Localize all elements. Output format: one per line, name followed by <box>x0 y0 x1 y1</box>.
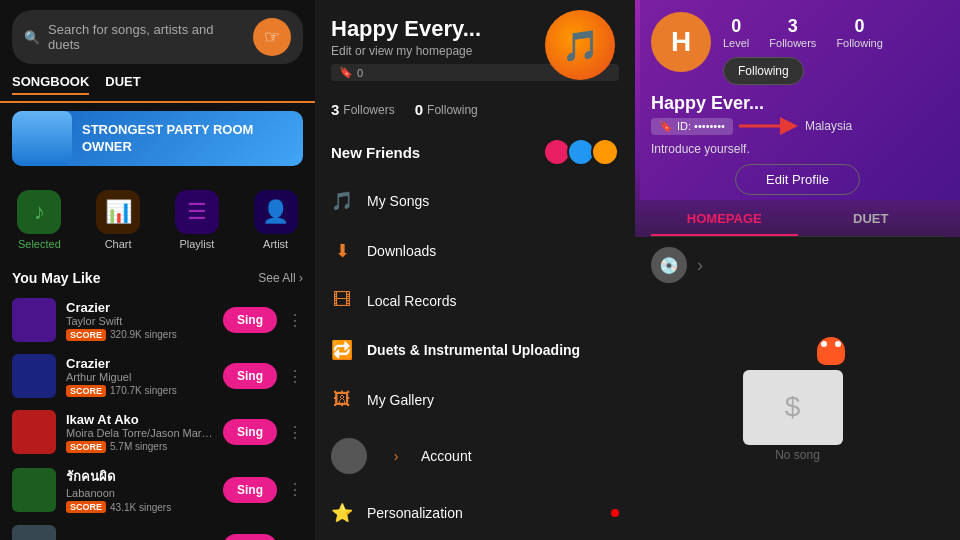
song-item-2: Crazier Arthur Miguel SCORE 170.7K singe… <box>0 348 315 404</box>
score-count-3: 5.7M singers <box>110 441 167 452</box>
tab-songbook[interactable]: SONGBOOK <box>12 74 89 95</box>
right-following-stat: 0 Following <box>836 16 882 49</box>
duets-label: Duets & Instrumental Uploading <box>367 342 580 358</box>
left-panel: 🔍 Search for songs, artists and duets ☞ … <box>0 0 315 540</box>
right-following-label: Following <box>836 37 882 49</box>
see-all-link[interactable]: See All › <box>258 271 303 285</box>
artist-label: Artist <box>263 238 288 250</box>
downloads-label: Downloads <box>367 243 436 259</box>
right-id-row: 🔖 ID: •••••••• Malaysia <box>651 116 944 136</box>
level-count: 0 <box>731 16 741 37</box>
song-thumb-3 <box>12 410 56 454</box>
gallery-label: My Gallery <box>367 392 434 408</box>
menu-downloads[interactable]: ⬇ Downloads <box>315 226 635 276</box>
icon-grid: ♪ Selected 📊 Chart ☰ Playlist 👤 Artist <box>0 174 315 266</box>
song-item-1: Crazier Taylor Swift SCORE 320.9K singer… <box>0 292 315 348</box>
followers-stat: 3 Followers <box>331 101 395 118</box>
local-records-label: Local Records <box>367 293 457 309</box>
following-button[interactable]: Following <box>723 57 804 85</box>
menu-local-records[interactable]: 🎞 Local Records <box>315 276 635 325</box>
artist-icon: 👤 <box>254 190 298 234</box>
more-button-3[interactable]: ⋮ <box>287 423 303 442</box>
sing-button-3[interactable]: Sing <box>223 419 277 445</box>
song-item-5: Here's Your Perfect Sing ⋮ <box>0 519 315 540</box>
right-followers-stat: 3 Followers <box>769 16 816 49</box>
song-list: Crazier Taylor Swift SCORE 320.9K singer… <box>0 292 315 540</box>
icon-selected[interactable]: ♪ Selected <box>0 182 79 258</box>
song-artist-4: Labanoon <box>66 487 213 499</box>
song-name-2: Crazier <box>66 356 213 371</box>
score-badge-3: SCORE <box>66 441 106 453</box>
song-name-1: Crazier <box>66 300 213 315</box>
chevron-right-icon: › <box>697 255 703 276</box>
song-score-1: SCORE 320.9K singers <box>66 329 213 341</box>
menu-gallery[interactable]: 🖼 My Gallery <box>315 375 635 424</box>
song-artist-2: Arthur Miguel <box>66 371 213 383</box>
no-song-area: $ No song <box>635 293 960 540</box>
my-songs-label: My Songs <box>367 193 429 209</box>
notification-dot <box>611 509 619 517</box>
menu-my-songs[interactable]: 🎵 My Songs <box>315 176 635 226</box>
song-artist-1: Taylor Swift <box>66 315 213 327</box>
icon-artist[interactable]: 👤 Artist <box>236 182 315 258</box>
friend-avatar-3[interactable] <box>591 138 619 166</box>
following-label: Following <box>427 103 478 117</box>
score-count-2: 170.7K singers <box>110 385 177 396</box>
local-records-icon: 🎞 <box>331 290 353 311</box>
song-info-2: Crazier Arthur Miguel SCORE 170.7K singe… <box>66 356 213 397</box>
selected-icon: ♪ <box>17 190 61 234</box>
sticker-circle: 🎵 <box>545 10 615 80</box>
disc-icon: 💿 <box>651 247 687 283</box>
following-stat: 0 Following <box>415 101 478 118</box>
song-name-4: รักคนผิด <box>66 466 213 487</box>
menu-account[interactable]: › Account <box>315 424 635 488</box>
score-badge-2: SCORE <box>66 385 106 397</box>
tab-homepage[interactable]: HOMEPAGE <box>651 203 798 236</box>
sing-button-1[interactable]: Sing <box>223 307 277 333</box>
followers-stats: 3 Followers 0 Following <box>315 91 635 128</box>
playlist-label: Playlist <box>179 238 214 250</box>
box-body: $ <box>743 370 843 445</box>
level-label: Level <box>723 37 749 49</box>
more-button-4[interactable]: ⋮ <box>287 480 303 499</box>
song-score-3: SCORE 5.7M singers <box>66 441 213 453</box>
selected-label: Selected <box>18 238 61 250</box>
more-button-1[interactable]: ⋮ <box>287 311 303 330</box>
icon-playlist[interactable]: ☰ Playlist <box>158 182 237 258</box>
song-name-3: Ikaw At Ako <box>66 412 213 427</box>
song-info-3: Ikaw At Ako Moira Dela Torre/Jason Marvi… <box>66 412 213 453</box>
middle-panel: Happy Every... Edit or view my homepage … <box>315 0 635 540</box>
menu-personalization[interactable]: ⭐ Personalization <box>315 488 635 538</box>
right-followers-label: Followers <box>769 37 816 49</box>
id-icon-right: 🔖 <box>659 120 673 133</box>
edit-profile-button[interactable]: Edit Profile <box>735 164 860 195</box>
song-score-4: SCORE 43.1K singers <box>66 501 213 513</box>
sing-button-5[interactable]: Sing <box>223 534 277 540</box>
friends-avatars <box>547 138 619 166</box>
sing-button-2[interactable]: Sing <box>223 363 277 389</box>
id-value-right: ID: •••••••• <box>677 120 725 132</box>
right-following-count: 0 <box>855 16 865 37</box>
followers-label: Followers <box>343 103 394 117</box>
tab-duet[interactable]: DUET <box>105 74 140 95</box>
tab-duet-right[interactable]: DUET <box>798 203 945 236</box>
personalization-label: Personalization <box>367 505 463 521</box>
search-bar[interactable]: 🔍 Search for songs, artists and duets ☞ <box>12 10 303 64</box>
menu-list: 🎵 My Songs ⬇ Downloads 🎞 Local Records 🔁… <box>315 176 635 540</box>
more-button-2[interactable]: ⋮ <box>287 367 303 386</box>
following-count: 0 <box>415 101 423 118</box>
banner-image <box>12 111 72 166</box>
song-thumb-4 <box>12 468 56 512</box>
song-info-4: รักคนผิด Labanoon SCORE 43.1K singers <box>66 466 213 513</box>
banner: STRONGEST PARTY ROOM OWNER <box>12 111 303 166</box>
id-value: 0 <box>357 67 363 79</box>
song-score-2: SCORE 170.7K singers <box>66 385 213 397</box>
right-id-badge: 🔖 ID: •••••••• <box>651 118 733 135</box>
icon-chart[interactable]: 📊 Chart <box>79 182 158 258</box>
homepage-content: 💿 › <box>635 237 960 293</box>
right-panel: H 0 Level 3 Followers 0 Following <box>635 0 960 540</box>
song-thumb-2 <box>12 354 56 398</box>
sing-button-4[interactable]: Sing <box>223 477 277 503</box>
menu-duets[interactable]: 🔁 Duets & Instrumental Uploading <box>315 325 635 375</box>
right-stats-container: 0 Level 3 Followers 0 Following Followin… <box>723 12 883 85</box>
